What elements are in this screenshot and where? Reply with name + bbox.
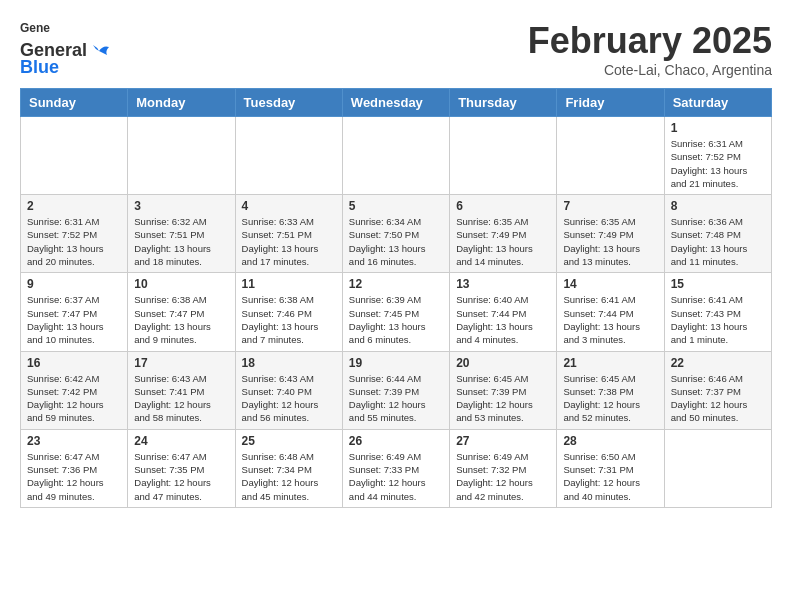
day-number: 9	[27, 277, 121, 291]
col-header-wednesday: Wednesday	[342, 89, 449, 117]
day-number: 5	[349, 199, 443, 213]
day-info: Sunrise: 6:49 AM Sunset: 7:32 PM Dayligh…	[456, 450, 550, 503]
day-number: 21	[563, 356, 657, 370]
calendar-cell: 3Sunrise: 6:32 AM Sunset: 7:51 PM Daylig…	[128, 195, 235, 273]
calendar-week-2: 2Sunrise: 6:31 AM Sunset: 7:52 PM Daylig…	[21, 195, 772, 273]
day-number: 27	[456, 434, 550, 448]
day-number: 26	[349, 434, 443, 448]
day-info: Sunrise: 6:38 AM Sunset: 7:47 PM Dayligh…	[134, 293, 228, 346]
day-info: Sunrise: 6:50 AM Sunset: 7:31 PM Dayligh…	[563, 450, 657, 503]
day-info: Sunrise: 6:43 AM Sunset: 7:40 PM Dayligh…	[242, 372, 336, 425]
day-number: 3	[134, 199, 228, 213]
day-number: 22	[671, 356, 765, 370]
calendar-cell: 26Sunrise: 6:49 AM Sunset: 7:33 PM Dayli…	[342, 429, 449, 507]
day-info: Sunrise: 6:41 AM Sunset: 7:44 PM Dayligh…	[563, 293, 657, 346]
month-title: February 2025	[528, 20, 772, 62]
day-number: 1	[671, 121, 765, 135]
day-info: Sunrise: 6:41 AM Sunset: 7:43 PM Dayligh…	[671, 293, 765, 346]
col-header-tuesday: Tuesday	[235, 89, 342, 117]
calendar-cell: 10Sunrise: 6:38 AM Sunset: 7:47 PM Dayli…	[128, 273, 235, 351]
day-info: Sunrise: 6:35 AM Sunset: 7:49 PM Dayligh…	[456, 215, 550, 268]
day-info: Sunrise: 6:32 AM Sunset: 7:51 PM Dayligh…	[134, 215, 228, 268]
col-header-sunday: Sunday	[21, 89, 128, 117]
logo: General General Blue	[20, 20, 111, 78]
svg-text:General: General	[20, 21, 50, 35]
day-number: 25	[242, 434, 336, 448]
col-header-monday: Monday	[128, 89, 235, 117]
day-number: 17	[134, 356, 228, 370]
calendar-cell	[557, 117, 664, 195]
day-number: 11	[242, 277, 336, 291]
calendar-cell: 20Sunrise: 6:45 AM Sunset: 7:39 PM Dayli…	[450, 351, 557, 429]
calendar-cell: 4Sunrise: 6:33 AM Sunset: 7:51 PM Daylig…	[235, 195, 342, 273]
day-info: Sunrise: 6:40 AM Sunset: 7:44 PM Dayligh…	[456, 293, 550, 346]
day-info: Sunrise: 6:38 AM Sunset: 7:46 PM Dayligh…	[242, 293, 336, 346]
calendar-cell: 6Sunrise: 6:35 AM Sunset: 7:49 PM Daylig…	[450, 195, 557, 273]
calendar-cell: 8Sunrise: 6:36 AM Sunset: 7:48 PM Daylig…	[664, 195, 771, 273]
calendar-cell: 13Sunrise: 6:40 AM Sunset: 7:44 PM Dayli…	[450, 273, 557, 351]
col-header-thursday: Thursday	[450, 89, 557, 117]
calendar-cell: 22Sunrise: 6:46 AM Sunset: 7:37 PM Dayli…	[664, 351, 771, 429]
day-number: 2	[27, 199, 121, 213]
location-subtitle: Cote-Lai, Chaco, Argentina	[528, 62, 772, 78]
calendar-cell: 23Sunrise: 6:47 AM Sunset: 7:36 PM Dayli…	[21, 429, 128, 507]
day-number: 18	[242, 356, 336, 370]
calendar-cell: 12Sunrise: 6:39 AM Sunset: 7:45 PM Dayli…	[342, 273, 449, 351]
day-info: Sunrise: 6:31 AM Sunset: 7:52 PM Dayligh…	[671, 137, 765, 190]
day-info: Sunrise: 6:39 AM Sunset: 7:45 PM Dayligh…	[349, 293, 443, 346]
day-number: 24	[134, 434, 228, 448]
day-info: Sunrise: 6:49 AM Sunset: 7:33 PM Dayligh…	[349, 450, 443, 503]
page-header: General General Blue February 2025 Cote-…	[20, 20, 772, 78]
calendar-week-1: 1Sunrise: 6:31 AM Sunset: 7:52 PM Daylig…	[21, 117, 772, 195]
calendar-cell: 7Sunrise: 6:35 AM Sunset: 7:49 PM Daylig…	[557, 195, 664, 273]
calendar-cell	[235, 117, 342, 195]
calendar-cell: 16Sunrise: 6:42 AM Sunset: 7:42 PM Dayli…	[21, 351, 128, 429]
logo-bird-icon	[89, 43, 111, 59]
day-number: 14	[563, 277, 657, 291]
day-number: 10	[134, 277, 228, 291]
day-info: Sunrise: 6:36 AM Sunset: 7:48 PM Dayligh…	[671, 215, 765, 268]
title-area: February 2025 Cote-Lai, Chaco, Argentina	[528, 20, 772, 78]
calendar-cell: 14Sunrise: 6:41 AM Sunset: 7:44 PM Dayli…	[557, 273, 664, 351]
calendar-cell	[664, 429, 771, 507]
day-number: 15	[671, 277, 765, 291]
day-info: Sunrise: 6:45 AM Sunset: 7:38 PM Dayligh…	[563, 372, 657, 425]
logo-blue: Blue	[20, 57, 59, 78]
calendar-cell	[450, 117, 557, 195]
calendar-cell	[21, 117, 128, 195]
day-number: 13	[456, 277, 550, 291]
day-info: Sunrise: 6:37 AM Sunset: 7:47 PM Dayligh…	[27, 293, 121, 346]
day-info: Sunrise: 6:45 AM Sunset: 7:39 PM Dayligh…	[456, 372, 550, 425]
calendar-week-5: 23Sunrise: 6:47 AM Sunset: 7:36 PM Dayli…	[21, 429, 772, 507]
calendar-cell: 19Sunrise: 6:44 AM Sunset: 7:39 PM Dayli…	[342, 351, 449, 429]
day-number: 6	[456, 199, 550, 213]
calendar-cell: 28Sunrise: 6:50 AM Sunset: 7:31 PM Dayli…	[557, 429, 664, 507]
calendar-cell	[128, 117, 235, 195]
calendar-cell: 25Sunrise: 6:48 AM Sunset: 7:34 PM Dayli…	[235, 429, 342, 507]
day-number: 7	[563, 199, 657, 213]
day-number: 8	[671, 199, 765, 213]
day-number: 4	[242, 199, 336, 213]
day-info: Sunrise: 6:42 AM Sunset: 7:42 PM Dayligh…	[27, 372, 121, 425]
calendar-cell: 11Sunrise: 6:38 AM Sunset: 7:46 PM Dayli…	[235, 273, 342, 351]
calendar-cell: 5Sunrise: 6:34 AM Sunset: 7:50 PM Daylig…	[342, 195, 449, 273]
calendar-cell: 1Sunrise: 6:31 AM Sunset: 7:52 PM Daylig…	[664, 117, 771, 195]
calendar-cell: 18Sunrise: 6:43 AM Sunset: 7:40 PM Dayli…	[235, 351, 342, 429]
calendar-cell: 9Sunrise: 6:37 AM Sunset: 7:47 PM Daylig…	[21, 273, 128, 351]
calendar-cell: 2Sunrise: 6:31 AM Sunset: 7:52 PM Daylig…	[21, 195, 128, 273]
day-info: Sunrise: 6:48 AM Sunset: 7:34 PM Dayligh…	[242, 450, 336, 503]
day-number: 23	[27, 434, 121, 448]
calendar-cell: 15Sunrise: 6:41 AM Sunset: 7:43 PM Dayli…	[664, 273, 771, 351]
calendar-week-3: 9Sunrise: 6:37 AM Sunset: 7:47 PM Daylig…	[21, 273, 772, 351]
calendar-cell: 24Sunrise: 6:47 AM Sunset: 7:35 PM Dayli…	[128, 429, 235, 507]
calendar-cell: 21Sunrise: 6:45 AM Sunset: 7:38 PM Dayli…	[557, 351, 664, 429]
calendar-header-row: SundayMondayTuesdayWednesdayThursdayFrid…	[21, 89, 772, 117]
col-header-saturday: Saturday	[664, 89, 771, 117]
day-info: Sunrise: 6:44 AM Sunset: 7:39 PM Dayligh…	[349, 372, 443, 425]
day-info: Sunrise: 6:43 AM Sunset: 7:41 PM Dayligh…	[134, 372, 228, 425]
logo-icon: General	[20, 20, 50, 38]
day-info: Sunrise: 6:47 AM Sunset: 7:35 PM Dayligh…	[134, 450, 228, 503]
calendar-week-4: 16Sunrise: 6:42 AM Sunset: 7:42 PM Dayli…	[21, 351, 772, 429]
day-number: 20	[456, 356, 550, 370]
col-header-friday: Friday	[557, 89, 664, 117]
